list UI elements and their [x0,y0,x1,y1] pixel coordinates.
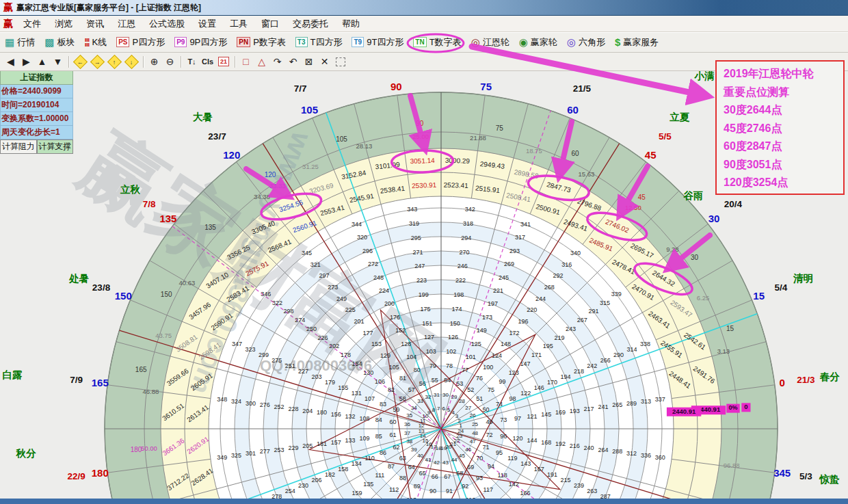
svg-text:176: 176 [390,314,400,321]
svg-text:88: 88 [399,475,406,481]
page-prev-button[interactable]: ◀ [3,56,18,67]
svg-text:204: 204 [302,408,313,414]
up-triangle-button[interactable]: ▲ [34,56,50,67]
svg-text:45: 45 [638,194,646,201]
menu-item-8[interactable]: 交易委托 [286,16,335,31]
svg-text:181: 181 [317,440,327,447]
svg-text:40.63: 40.63 [179,279,196,287]
menu-item-4[interactable]: 公式选股 [142,16,191,31]
menu-item-6[interactable]: 工具 [223,16,254,31]
svg-text:7/9: 7/9 [70,375,83,385]
p-square-button-icon: PS [116,37,129,47]
calendar-button[interactable]: 21 [218,57,229,66]
winner-service-button-icon: $ [615,38,620,47]
rotate-cw-button[interactable]: ↷ [269,56,285,67]
svg-text:3051.14: 3051.14 [410,157,435,165]
svg-text:150: 150 [115,290,132,302]
shift-up-button[interactable]: ↑ [107,54,122,68]
annotation-line-1: 重要点位测算 [724,83,839,102]
svg-text:244: 244 [535,295,546,302]
svg-text:146: 146 [534,384,544,391]
axis-scale-button[interactable]: T↓ [184,57,200,66]
winner-wheel-button[interactable]: ◉赢家轮 [514,36,562,49]
box-x-tool-button[interactable]: ⊠ [301,56,317,67]
shift-down-button[interactable]: ↓ [124,54,139,68]
svg-text:22/9: 22/9 [67,471,85,481]
quotes-button[interactable]: ▦行情 [0,36,40,49]
svg-text:102: 102 [446,348,456,355]
svg-text:345: 345 [302,250,312,256]
svg-text:90: 90 [429,488,436,494]
svg-text:348: 348 [217,396,227,403]
svg-text:143: 143 [520,460,531,467]
svg-text:227: 227 [298,368,308,375]
svg-text:270: 270 [459,249,469,256]
t-table-button[interactable]: TNT数字表 [408,36,466,49]
svg-text:272: 272 [368,261,378,267]
svg-text:323: 323 [245,346,255,353]
svg-text:322: 322 [272,300,282,306]
t-square-button[interactable]: T3T四方形 [291,36,347,49]
winner-service-button-label: 赢家服务 [623,36,659,49]
svg-text:218: 218 [574,368,584,375]
zoom-out-button[interactable]: ⊖ [162,56,178,67]
svg-text:291: 291 [588,308,598,315]
rect-tool-button[interactable]: □ [238,56,254,67]
menu-item-5[interactable]: 设置 [191,16,223,31]
svg-text:2440.91: 2440.91 [672,408,696,415]
menu-item-3[interactable]: 江恩 [111,16,142,31]
svg-text:167: 167 [534,466,544,473]
page-next-button[interactable]: ▶ [18,56,34,67]
svg-text:105: 105 [301,104,318,116]
triangle-tool-button[interactable]: △ [254,56,269,67]
cls-button[interactable]: Cls [200,57,215,66]
svg-text:0: 0 [744,403,747,410]
sectors-button[interactable]: ▩板块 [40,36,79,49]
calc-support-button[interactable]: 计算支撑 [37,140,74,154]
app-logo-icon: 赢 [0,1,16,14]
shift-left-button[interactable]: ← [73,54,88,68]
cross-tool-button[interactable]: ✕ [317,56,332,67]
calc-resistance-button[interactable]: 计算阻力 [0,140,37,154]
9t-square-button[interactable]: T99T四方形 [347,36,408,49]
menu-item-2[interactable]: 资讯 [79,16,111,31]
svg-text:246: 246 [458,263,468,269]
kline-button[interactable]: ¦¦¦K线 [79,36,111,49]
svg-text:133: 133 [345,437,356,444]
p-square-button[interactable]: PSP四方形 [111,36,170,49]
svg-text:52: 52 [467,386,474,393]
hexagon-button[interactable]: ◎六角形 [562,36,610,49]
svg-text:39: 39 [411,447,417,453]
svg-text:276: 276 [260,401,270,408]
svg-text:165: 165 [92,377,109,388]
9p-square-button[interactable]: P99P四方形 [170,36,232,49]
zoom-in-button[interactable]: ⊕ [146,56,162,67]
menu-item-7[interactable]: 窗口 [254,16,286,31]
svg-text:5: 5 [447,407,451,413]
svg-text:3: 3 [455,413,459,419]
svg-text:336: 336 [641,452,651,459]
svg-text:197: 197 [488,300,498,307]
sectors-button-label: 板块 [57,36,75,49]
svg-text:243: 243 [566,326,576,332]
p-table-button[interactable]: PNP数字表 [232,36,291,49]
svg-text:295: 295 [411,235,421,241]
svg-text:223: 223 [416,277,427,284]
svg-text:2: 2 [458,418,462,424]
svg-text:230: 230 [298,482,308,489]
svg-text:147: 147 [520,360,530,367]
svg-text:24: 24 [458,428,464,434]
menu-item-0[interactable]: 文件 [16,16,48,31]
gann-wheel-button[interactable]: ◎江恩轮 [466,36,514,49]
winner-service-button[interactable]: $赢家服务 [610,36,663,49]
svg-text:67: 67 [444,473,451,480]
down-triangle-button[interactable]: ▼ [50,56,66,67]
svg-text:127: 127 [424,334,434,341]
select-region-button[interactable] [336,57,345,66]
svg-text:142: 142 [509,481,519,488]
menu-item-9[interactable]: 帮助 [335,16,367,31]
svg-text:5/4: 5/4 [775,282,788,293]
menu-item-1[interactable]: 浏览 [48,16,79,31]
rotate-ccw-button[interactable]: ↶ [285,56,301,67]
shift-right-button[interactable]: → [90,54,105,68]
